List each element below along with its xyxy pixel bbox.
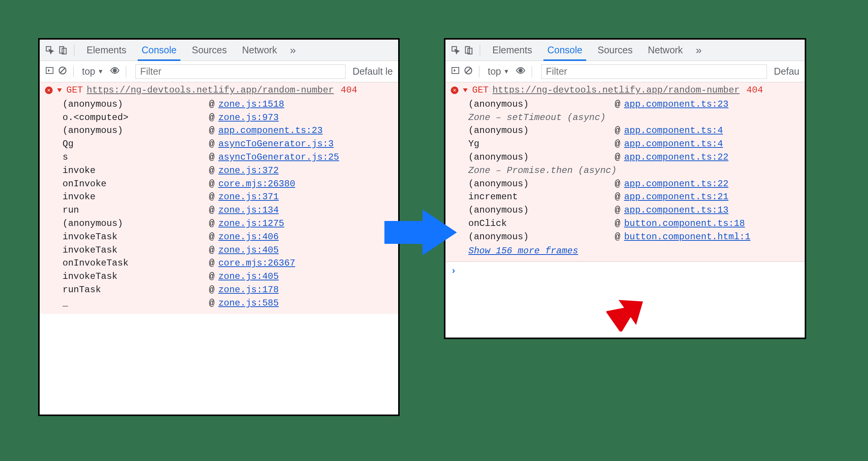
filter-input[interactable] — [135, 64, 346, 79]
tab-elements[interactable]: Elements — [80, 40, 133, 61]
console-output: ✕ GET https://ng-devtools.netlify.app/ra… — [40, 82, 398, 314]
at-symbol: @ — [209, 164, 218, 178]
error-icon: ✕ — [451, 86, 458, 94]
filter-input[interactable] — [541, 64, 767, 79]
separator — [126, 66, 126, 77]
tab-sources[interactable]: Sources — [185, 40, 234, 61]
stack-function: onClick — [451, 217, 615, 230]
console-toolbar: top▼ Default le — [40, 61, 398, 82]
at-symbol: @ — [615, 230, 624, 244]
stack-frame: o.<computed>@zone.js:973 — [45, 111, 393, 125]
stack-frame: Yg@app.component.ts:4 — [451, 138, 799, 151]
stack-source-link[interactable]: app.component.ts:23 — [218, 124, 323, 138]
stack-function: invokeTask — [45, 230, 209, 244]
stack-source-link[interactable]: zone.js:406 — [218, 230, 278, 244]
stack-source-link[interactable]: zone.js:371 — [218, 190, 278, 204]
stack-function: o.<computed> — [45, 111, 209, 125]
console-prompt[interactable]: › — [445, 261, 805, 281]
error-line[interactable]: ✕ GET https://ng-devtools.netlify.app/ra… — [40, 82, 398, 98]
stack-trace: (anonymous)@zone.js:1518o.<computed>@zon… — [40, 98, 398, 314]
stack-source-link[interactable]: app.component.ts:23 — [624, 98, 728, 111]
sidebar-toggle-icon[interactable] — [45, 66, 54, 77]
stack-function: invokeTask — [45, 244, 209, 257]
eye-icon[interactable] — [516, 66, 526, 78]
show-more-frames[interactable]: Show 156 more frames — [451, 245, 799, 258]
error-line[interactable]: ✕ GET https://ng-devtools.netlify.app/ra… — [445, 82, 805, 98]
log-level-selector[interactable]: Default le — [352, 66, 393, 77]
stack-function: s — [45, 151, 209, 164]
device-icon[interactable] — [463, 45, 474, 56]
eye-icon[interactable] — [110, 66, 120, 78]
disclosure-triangle-icon[interactable] — [57, 88, 62, 92]
stack-frame: invoke@zone.js:372 — [45, 164, 393, 178]
stack-source-link[interactable]: app.component.ts:22 — [624, 178, 728, 191]
tab-sources[interactable]: Sources — [591, 40, 640, 61]
svg-point-6 — [113, 69, 116, 72]
context-label: top — [488, 66, 501, 77]
stack-source-link[interactable]: zone.js:178 — [218, 283, 278, 297]
svg-point-13 — [519, 69, 522, 72]
stack-function: (anonymous) — [45, 217, 209, 230]
tab-bar: Elements Console Sources Network » — [445, 40, 805, 61]
stack-frame: (anonymous)@app.component.ts:4 — [451, 124, 799, 138]
tab-network[interactable]: Network — [641, 40, 690, 61]
at-symbol: @ — [615, 124, 624, 138]
stack-source-link[interactable]: app.component.ts:22 — [624, 151, 728, 164]
at-symbol: @ — [209, 124, 218, 138]
stack-source-link[interactable]: zone.js:134 — [218, 204, 278, 217]
inspect-icon[interactable] — [44, 45, 56, 56]
stack-frame: (anonymous)@app.component.ts:23 — [451, 98, 799, 111]
stack-function: Zone – setTimeout (async) — [451, 111, 615, 125]
stack-source-link[interactable]: app.component.ts:4 — [624, 124, 723, 138]
at-symbol: @ — [209, 111, 218, 125]
stack-source-link[interactable]: core.mjs:26380 — [218, 178, 295, 191]
at-symbol: @ — [615, 98, 624, 111]
disclosure-triangle-icon[interactable] — [463, 88, 468, 92]
at-symbol: @ — [209, 230, 218, 244]
stack-function: runTask — [45, 283, 209, 297]
stack-frame: invokeTask@zone.js:406 — [45, 230, 393, 244]
stack-section: Zone – setTimeout (async) — [451, 111, 799, 125]
stack-frame: (anonymous)@zone.js:1275 — [45, 217, 393, 230]
stack-function: Qg — [45, 138, 209, 151]
more-tabs-icon[interactable]: » — [691, 44, 702, 56]
tab-elements[interactable]: Elements — [485, 40, 539, 61]
stack-source-link[interactable]: app.component.ts:4 — [624, 138, 723, 151]
stack-source-link[interactable]: zone.js:585 — [218, 297, 278, 310]
context-selector[interactable]: top▼ — [80, 66, 106, 77]
error-url[interactable]: https://ng-devtools.netlify.app/random-n… — [87, 84, 334, 97]
stack-source-link[interactable]: zone.js:1518 — [218, 98, 284, 111]
tab-console[interactable]: Console — [135, 40, 183, 61]
stack-function: run — [45, 204, 209, 217]
context-selector[interactable]: top▼ — [485, 66, 512, 77]
tab-network[interactable]: Network — [235, 40, 284, 61]
more-tabs-icon[interactable]: » — [285, 44, 296, 56]
stack-source-link[interactable]: zone.js:1275 — [218, 217, 284, 230]
log-level-selector[interactable]: Defau — [774, 66, 799, 77]
error-icon: ✕ — [45, 86, 53, 94]
stack-source-link[interactable]: zone.js:405 — [218, 270, 278, 283]
stack-source-link[interactable]: asyncToGenerator.js:25 — [218, 151, 339, 164]
stack-source-link[interactable]: button.component.html:1 — [624, 230, 750, 244]
tab-console[interactable]: Console — [540, 40, 589, 61]
stack-function: (anonymous) — [451, 151, 615, 164]
stack-source-link[interactable]: asyncToGenerator.js:3 — [218, 138, 333, 151]
stack-source-link[interactable]: core.mjs:26367 — [218, 257, 295, 270]
inspect-icon[interactable] — [450, 45, 461, 56]
stack-frame: invoke@zone.js:371 — [45, 190, 393, 204]
device-icon[interactable] — [57, 45, 69, 56]
stack-source-link[interactable]: zone.js:372 — [218, 164, 278, 178]
at-symbol: @ — [209, 138, 218, 151]
stack-source-link[interactable]: app.component.ts:13 — [624, 204, 728, 217]
clear-icon[interactable] — [464, 66, 473, 77]
stack-source-link[interactable]: zone.js:405 — [218, 244, 278, 257]
sidebar-toggle-icon[interactable] — [451, 66, 460, 77]
stack-source-link[interactable]: app.component.ts:21 — [624, 190, 728, 204]
stack-source-link[interactable]: zone.js:973 — [218, 111, 278, 125]
stack-source-link[interactable]: button.component.ts:18 — [624, 217, 745, 230]
error-url[interactable]: https://ng-devtools.netlify.app/random-n… — [492, 84, 739, 97]
at-symbol: @ — [209, 178, 218, 191]
stack-function: onInvokeTask — [45, 257, 209, 270]
chevron-down-icon: ▼ — [503, 68, 510, 75]
clear-icon[interactable] — [58, 66, 67, 77]
